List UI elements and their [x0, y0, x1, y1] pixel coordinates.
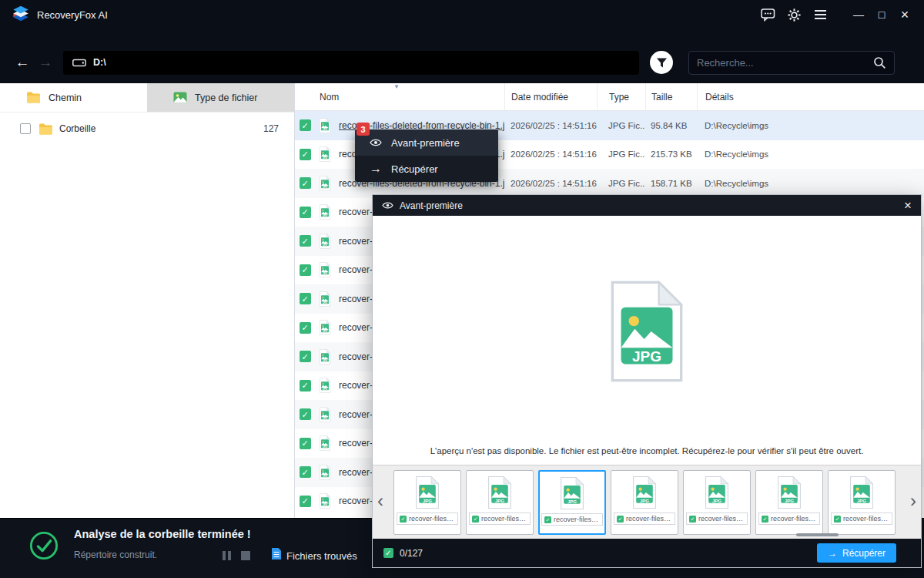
minimize-button[interactable]: —	[847, 4, 870, 25]
sidebar-item-corbeille[interactable]: Corbeille 127	[0, 117, 294, 140]
row-checkbox[interactable]	[300, 119, 311, 131]
back-button[interactable]: ←	[11, 51, 34, 74]
thumbnail-checkbox[interactable]	[762, 516, 768, 523]
file-size: 158.71 KB	[645, 179, 697, 188]
corbeille-checkbox[interactable]	[20, 123, 31, 134]
feedback-chat-icon[interactable]	[755, 4, 781, 25]
thumbnail-label: recover-files-dele...	[843, 515, 889, 523]
row-checkbox[interactable]	[300, 408, 311, 420]
search-box	[688, 51, 895, 75]
column-header-details[interactable]: Détails	[697, 83, 924, 110]
context-menu-item-preview[interactable]: Avant-première	[355, 129, 498, 156]
jpg-file-icon: JPG	[317, 118, 333, 133]
file-details: D:\Recycle\imgs	[697, 179, 924, 188]
thumbnail-scrollbar[interactable]	[796, 533, 839, 536]
jpg-file-icon: JPG	[486, 476, 514, 509]
row-checkbox[interactable]	[300, 496, 311, 507]
thumbnail-checkbox[interactable]	[689, 516, 696, 523]
eye-icon	[370, 138, 382, 147]
stop-icon[interactable]	[241, 551, 250, 560]
jpg-file-icon: JPG	[317, 204, 333, 220]
scan-complete-check-icon	[29, 531, 59, 560]
row-checkbox[interactable]	[300, 466, 311, 478]
jpg-file-icon: JPG	[631, 476, 658, 509]
files-found-label: Fichiers trouvés	[286, 550, 357, 562]
thumbnail[interactable]: JPG recover-files-dele...	[393, 470, 461, 535]
context-menu-item-label: Récupérer	[391, 163, 438, 175]
recover-button[interactable]: → Récupérer	[817, 543, 896, 563]
address-bar[interactable]: D:\	[63, 51, 639, 75]
svg-text:JPG: JPG	[323, 244, 327, 247]
search-input[interactable]	[697, 57, 873, 69]
row-checkbox[interactable]	[300, 149, 311, 160]
row-checkbox[interactable]	[300, 207, 311, 218]
thumbnail-checkbox[interactable]	[617, 516, 624, 523]
thumbnail[interactable]: JPG recover-files-dele...	[755, 470, 823, 535]
context-menu-item-label: Avant-première	[391, 137, 460, 149]
next-thumbnails-chevron[interactable]: ›	[907, 490, 919, 512]
thumbnail[interactable]: JPG recover-files-dele...	[828, 470, 896, 535]
thumbnail-label: recover-files-dele...	[698, 515, 745, 523]
preview-close-icon[interactable]: ×	[904, 199, 912, 212]
svg-text:JPG: JPG	[712, 498, 721, 503]
context-menu-item-recover[interactable]: → Récupérer	[355, 156, 498, 182]
pause-icon[interactable]	[223, 551, 231, 560]
column-header-nom[interactable]: Nom	[295, 83, 504, 110]
filter-button[interactable]	[650, 51, 673, 74]
sort-caret-icon[interactable]: ▼	[393, 83, 400, 90]
tree-item-count: 127	[263, 123, 279, 134]
files-found-doc-icon	[271, 547, 282, 560]
funnel-icon	[656, 57, 668, 69]
search-icon[interactable]	[873, 56, 886, 69]
column-header-type[interactable]: Type	[597, 83, 645, 110]
file-details: D:\Recycle\imgs	[697, 150, 924, 159]
svg-text:JPG: JPG	[495, 498, 504, 503]
tab-chemin[interactable]: Chemin	[0, 83, 147, 112]
svg-text:JPG: JPG	[323, 359, 327, 362]
row-checkbox[interactable]	[300, 351, 311, 362]
svg-text:JPG: JPG	[323, 388, 327, 391]
row-checkbox[interactable]	[300, 322, 311, 334]
jpg-file-icon: JPG	[775, 476, 803, 509]
eye-icon	[382, 201, 393, 210]
app-name: RecoveryFox AI	[37, 9, 108, 21]
file-type: JPG Fic...	[597, 121, 645, 130]
maximize-button[interactable]: □	[870, 4, 893, 25]
thumbnail-checkbox[interactable]	[834, 516, 841, 523]
prev-thumbnails-chevron[interactable]: ‹	[374, 490, 387, 512]
row-checkbox[interactable]	[300, 264, 311, 276]
row-checkbox[interactable]	[300, 177, 311, 189]
jpg-file-icon: JPG	[317, 234, 333, 249]
file-date: 2026/02/25 : 14:51:16	[504, 121, 597, 130]
thumbnail[interactable]: JPG recover-files-dele...	[683, 470, 751, 535]
thumbnail[interactable]: JPG recover-files-dele...	[466, 470, 534, 535]
thumbnail-checkbox[interactable]	[472, 516, 479, 523]
menu-hamburger-icon[interactable]	[807, 4, 833, 25]
row-checkbox[interactable]	[300, 438, 311, 449]
settings-gear-icon[interactable]	[781, 4, 807, 25]
thumbnail-label: recover-files-dele...	[626, 515, 672, 523]
row-checkbox[interactable]	[300, 235, 311, 247]
svg-text:JPG: JPG	[323, 301, 327, 304]
column-header-date[interactable]: Date modifiée	[504, 83, 597, 110]
row-checkbox[interactable]	[300, 380, 311, 391]
column-header-taille[interactable]: Taille	[645, 83, 697, 110]
thumbnail[interactable]: JPG recover-files-dele...	[611, 470, 678, 535]
row-checkbox[interactable]	[300, 293, 311, 304]
preview-header: Avant-première ×	[373, 195, 921, 216]
thumbnail[interactable]: JPG recover-files-dele...	[538, 470, 606, 535]
jpg-file-icon: JPG	[413, 476, 441, 509]
thumbnail-checkbox[interactable]	[544, 516, 551, 523]
current-path: D:\	[93, 57, 106, 68]
forward-button[interactable]: →	[34, 51, 57, 74]
tab-label: Type de fichier	[195, 92, 257, 103]
svg-text:JPG: JPG	[323, 503, 327, 506]
jpg-file-icon: JPG	[317, 320, 333, 335]
jpg-file-icon: JPG	[703, 476, 731, 509]
thumbnail-checkbox[interactable]	[400, 516, 407, 523]
thumbnail-label: recover-files-dele...	[771, 515, 817, 523]
select-all-checkbox[interactable]	[383, 548, 393, 558]
tab-type-de-fichier[interactable]: Type de fichier	[147, 83, 294, 112]
close-button[interactable]: ×	[893, 4, 916, 25]
context-menu: 3 Avant-première → Récupérer	[355, 123, 498, 182]
